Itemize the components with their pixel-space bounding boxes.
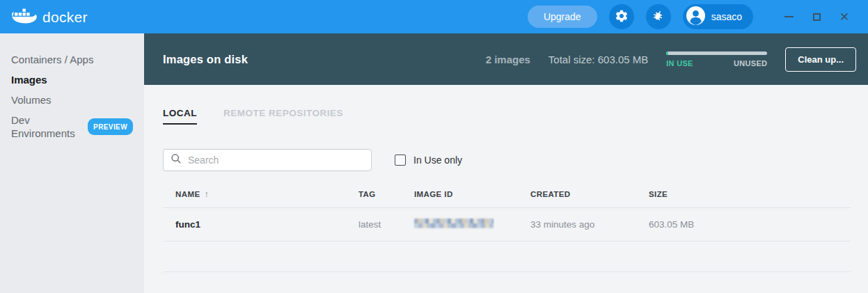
images-header: Images on disk 2 images Total size: 603.… [144, 33, 868, 85]
table-empty-row [163, 241, 851, 272]
sidebar-item-images[interactable]: Images [0, 70, 144, 90]
docker-whale-icon [11, 6, 38, 28]
image-size: 603.05 MB [649, 219, 851, 230]
tab-local[interactable]: LOCAL [163, 108, 197, 125]
image-created: 33 minutes ago [530, 219, 649, 230]
image-tag: latest [358, 219, 414, 230]
sidebar-item-dev-environments[interactable]: Dev Environments PREVIEW [0, 110, 144, 143]
column-header-tag[interactable]: TAG [358, 190, 414, 198]
avatar [686, 6, 705, 27]
unused-label: UNUSED [734, 59, 767, 68]
search-input[interactable] [188, 155, 364, 166]
user-account-button[interactable]: sasaco [683, 4, 753, 29]
search-icon [171, 153, 182, 167]
sidebar-item-volumes[interactable]: Volumes [0, 90, 144, 110]
top-bar: docker Upgrade [0, 0, 868, 33]
minimize-button[interactable] [775, 4, 803, 29]
column-header-size[interactable]: SIZE [649, 190, 851, 198]
image-name: func1 [163, 219, 358, 230]
sidebar-item-label: Images [11, 73, 47, 86]
window-controls: ✕ [775, 4, 858, 29]
images-table: NAME ↑ TAG IMAGE ID CREATED SIZE func1 l… [163, 180, 851, 272]
docker-logo: docker [11, 6, 88, 28]
filter-row: In Use only [163, 149, 868, 171]
sort-ascending-icon[interactable]: ↑ [204, 189, 209, 199]
search-box[interactable] [163, 149, 372, 171]
image-count: 2 images [486, 54, 530, 65]
in-use-only-checkbox[interactable] [395, 155, 406, 166]
usage-bar-fill [666, 52, 668, 55]
in-use-only-label: In Use only [413, 155, 462, 166]
close-icon: ✕ [839, 11, 849, 23]
minimize-icon [784, 16, 794, 17]
bug-icon [652, 9, 665, 24]
image-id-redacted [414, 219, 530, 230]
in-use-only-filter[interactable]: In Use only [395, 155, 462, 166]
in-use-label: IN USE [666, 59, 693, 68]
docker-desktop-window: docker Upgrade [0, 0, 868, 293]
column-header-image-id[interactable]: IMAGE ID [414, 190, 530, 198]
maximize-icon [813, 13, 821, 21]
page-title: Images on disk [163, 53, 248, 66]
total-size: Total size: 603.05 MB [549, 54, 648, 65]
settings-button[interactable] [609, 4, 634, 29]
feedback-bug-button[interactable] [646, 4, 671, 29]
sidebar-item-containers[interactable]: Containers / Apps [0, 49, 144, 70]
clean-up-button[interactable]: Clean up... [785, 47, 856, 72]
column-header-name[interactable]: NAME ↑ [163, 189, 358, 199]
gear-icon [615, 9, 629, 25]
upgrade-button[interactable]: Upgrade [528, 6, 597, 28]
sidebar-item-label: Volumes [11, 93, 52, 106]
disk-usage-meter: IN USE UNUSED [666, 52, 767, 68]
table-header-row: NAME ↑ TAG IMAGE ID CREATED SIZE [163, 180, 851, 208]
username-label: sasaco [711, 11, 742, 22]
sidebar: Containers / Apps Images Volumes Dev Env… [0, 33, 144, 293]
brand-name: docker [42, 9, 88, 26]
close-button[interactable]: ✕ [830, 4, 858, 29]
table-row[interactable]: func1 latest 33 minutes ago 603.05 MB [163, 208, 851, 241]
sidebar-item-label: Containers / Apps [11, 53, 93, 66]
column-header-created[interactable]: CREATED [530, 190, 649, 198]
sidebar-item-label: Dev Environments [11, 113, 84, 140]
preview-badge: PREVIEW [88, 118, 133, 135]
maximize-button[interactable] [803, 4, 830, 29]
tab-remote-repositories[interactable]: REMOTE REPOSITORIES [223, 108, 343, 125]
usage-bar [666, 52, 767, 55]
main-content: LOCAL REMOTE REPOSITORIES In Use only NA… [144, 85, 868, 293]
tab-bar: LOCAL REMOTE REPOSITORIES [163, 108, 868, 125]
